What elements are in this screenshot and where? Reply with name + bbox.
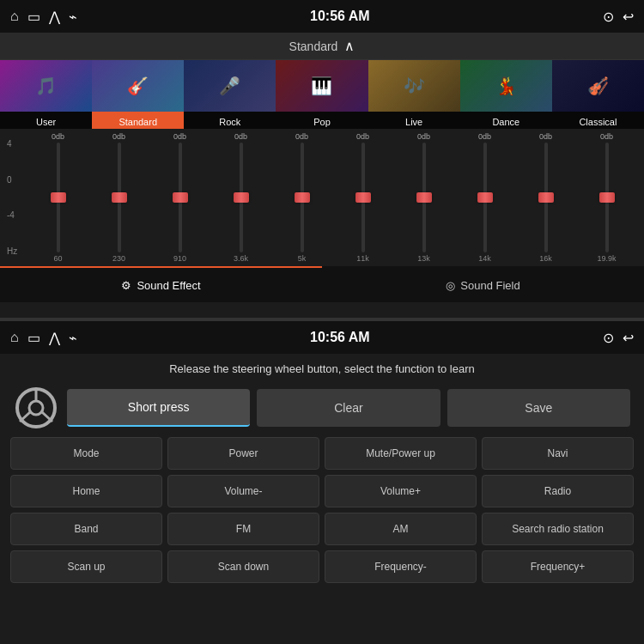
eq-track-230[interactable] (118, 143, 121, 252)
preset-classical-bg: 🎻 (552, 60, 644, 112)
func-scan-down[interactable]: Scan down (167, 550, 319, 583)
func-freq-up[interactable]: Frequency+ (482, 550, 634, 583)
eq-label-4: 4 (7, 139, 27, 149)
eq-db-13k: 0db (417, 132, 430, 141)
func-freq-down[interactable]: Frequency- (325, 550, 477, 583)
screen-icon[interactable]: ▭ (27, 9, 40, 25)
eq-thumb-16k[interactable] (538, 192, 554, 203)
eq-freq-230: 230 (112, 254, 125, 263)
preset-rock[interactable]: 🎤 Rock (184, 60, 276, 129)
bottom-usb-icon: ⌁ (69, 330, 77, 346)
controls-row: Short press Clear Save (0, 382, 644, 437)
eq-thumb-11k[interactable] (355, 192, 371, 203)
eq-y-labels: 4 0 -4 Hz (7, 132, 27, 263)
svg-point-1 (29, 401, 43, 415)
preset-live[interactable]: 🎶 Live (368, 60, 460, 129)
eq-track-16k[interactable] (544, 143, 548, 252)
preset-standard[interactable]: 🎸 Standard (92, 60, 184, 129)
eq-band-910: 0db 910 (149, 132, 210, 263)
eq-track-60[interactable] (57, 143, 60, 252)
bottom-status-left: ⌂ ▭ ⋀ ⌁ (10, 330, 77, 346)
func-radio[interactable]: Radio (482, 475, 634, 507)
eq-track-14k[interactable] (483, 143, 487, 252)
eq-db-5k: 0db (295, 132, 308, 141)
func-volume-up[interactable]: Volume+ (325, 475, 477, 507)
home-icon[interactable]: ⌂ (10, 9, 19, 24)
func-fm[interactable]: FM (167, 513, 319, 545)
eq-freq-19k9: 19.9k (597, 254, 616, 263)
eq-label-0: 0 (7, 175, 27, 185)
func-mode[interactable]: Mode (10, 437, 162, 470)
action-buttons: Short press Clear Save (67, 389, 630, 427)
sound-field-icon: ◎ (446, 279, 455, 292)
eq-band-11k: 0db 11k (332, 132, 393, 263)
eq-thumb-910[interactable] (173, 192, 188, 203)
preset-user-bg: 🎵 (0, 60, 92, 112)
eq-area: 4 0 -4 Hz 0db 60 0db 230 0db 910 (0, 129, 644, 266)
eq-band-19k9: 0db 19.9k (576, 132, 637, 263)
preset-label: Standard (289, 39, 338, 53)
eq-track-11k[interactable] (361, 143, 365, 252)
top-time: 10:56 AM (310, 9, 370, 24)
preset-rock-bg: 🎤 (184, 60, 276, 112)
preset-standard-label: Standard (92, 112, 184, 129)
func-navi[interactable]: Navi (482, 437, 634, 470)
func-volume-down[interactable]: Volume- (167, 475, 319, 507)
eq-track-3k6[interactable] (240, 143, 243, 252)
eq-db-19k9: 0db (600, 132, 613, 141)
preset-dance[interactable]: 💃 Dance (460, 60, 552, 129)
up-icon[interactable]: ⋀ (49, 9, 60, 25)
save-button[interactable]: Save (447, 389, 630, 427)
preset-live-bg: 🎶 (368, 60, 460, 112)
steering-wheel-icon (14, 386, 58, 430)
eq-track-5k[interactable] (301, 143, 304, 252)
func-scan-up[interactable]: Scan up (10, 550, 162, 583)
eq-track-19k9[interactable] (605, 143, 609, 252)
func-power[interactable]: Power (167, 437, 319, 470)
eq-thumb-3k6[interactable] (234, 192, 249, 203)
eq-thumb-60[interactable] (51, 192, 66, 203)
func-mute-power[interactable]: Mute/Power up (325, 437, 477, 470)
eq-band-60: 0db 60 (27, 132, 88, 263)
tab-sound-effect[interactable]: ⚙ Sound Effect (0, 266, 322, 302)
clear-button[interactable]: Clear (257, 389, 440, 427)
preset-chevron-icon[interactable]: ∧ (344, 38, 355, 54)
sound-effect-icon: ⚙ (121, 279, 131, 292)
eq-db-60: 0db (52, 132, 64, 141)
usb-icon: ⌁ (69, 9, 77, 25)
preset-dance-bg: 💃 (460, 60, 552, 112)
bottom-back-icon[interactable]: ↩ (623, 330, 634, 346)
eq-thumb-14k[interactable] (477, 192, 493, 203)
func-am[interactable]: AM (325, 513, 477, 545)
func-home[interactable]: Home (10, 475, 162, 507)
bottom-status-right: ⊙ ↩ (603, 330, 634, 346)
eq-track-910[interactable] (179, 143, 182, 252)
back-icon[interactable]: ↩ (623, 9, 634, 25)
eq-track-13k[interactable] (422, 143, 426, 252)
eq-db-16k: 0db (539, 132, 552, 141)
preset-pop[interactable]: 🎹 Pop (276, 60, 368, 129)
preset-bar: Standard ∧ (0, 33, 644, 60)
bottom-home-icon[interactable]: ⌂ (10, 330, 19, 345)
eq-freq-5k: 5k (298, 254, 307, 263)
eq-thumb-230[interactable] (112, 192, 127, 203)
bottom-up-icon[interactable]: ⋀ (49, 330, 60, 346)
preset-user[interactable]: 🎵 User (0, 60, 92, 129)
func-band[interactable]: Band (10, 513, 162, 545)
eq-label-hz: Hz (7, 246, 27, 256)
status-bar-right-icons: ⊙ ↩ (603, 9, 634, 25)
preset-live-label: Live (368, 112, 460, 129)
bottom-screen-icon[interactable]: ▭ (27, 330, 40, 346)
eq-thumb-13k[interactable] (416, 192, 432, 203)
func-search-radio[interactable]: Search radio station (482, 513, 634, 545)
eq-band-5k: 0db 5k (271, 132, 332, 263)
tab-sound-effect-label: Sound Effect (137, 279, 200, 292)
bottom-location-icon: ⊙ (603, 330, 614, 346)
eq-thumb-5k[interactable] (295, 192, 310, 203)
tab-sound-field[interactable]: ◎ Sound Field (322, 266, 644, 302)
eq-thumb-19k9[interactable] (599, 192, 615, 203)
preset-classical[interactable]: 🎻 Classical (552, 60, 644, 129)
preset-classical-label: Classical (552, 112, 644, 129)
bottom-status-bar: ⌂ ▭ ⋀ ⌁ 10:56 AM ⊙ ↩ (0, 321, 644, 354)
short-press-button[interactable]: Short press (67, 389, 250, 427)
